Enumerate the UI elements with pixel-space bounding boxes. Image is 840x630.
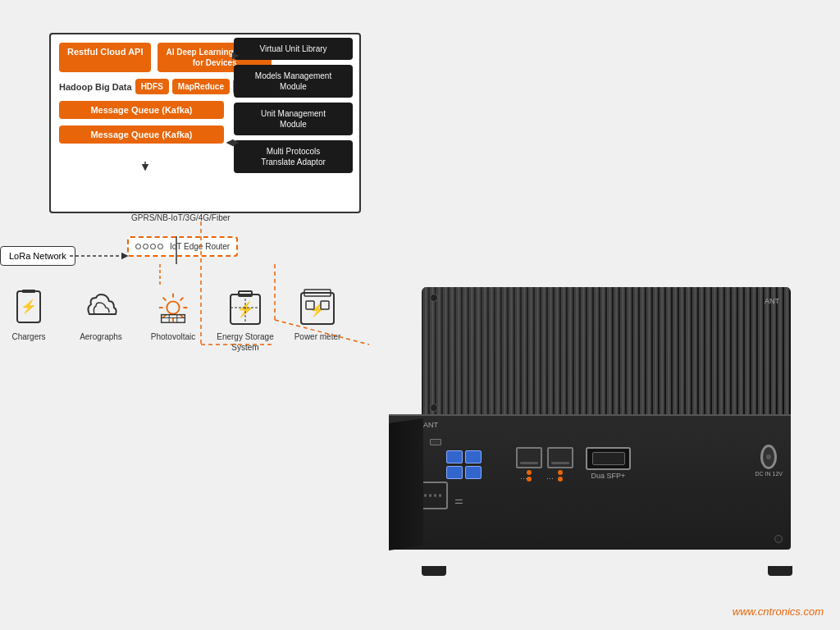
fin-43: [705, 287, 710, 418]
hadoop-label: Hadoop Big Data: [59, 82, 132, 92]
fin-13: [509, 287, 514, 418]
screw-bl: [430, 404, 438, 412]
gprs-label: GPRS/NB-IoT/3G/4G/Fiber: [131, 213, 231, 222]
router-label: IoT Edge Router: [170, 242, 230, 251]
device-charger: ⚡ Chargers: [0, 287, 57, 342]
screw-front-br: [774, 535, 783, 543]
router-dot-4: [158, 244, 163, 249]
hw-top-surface: (function(){ const finContainer = docume…: [422, 287, 791, 418]
hw-device: (function(){ const finContainer = docume…: [389, 287, 799, 566]
fin-36: [660, 287, 664, 418]
fin-51: [758, 287, 763, 418]
router-dot-1: [135, 244, 141, 249]
fin-11: [495, 287, 500, 418]
fin-54: [778, 287, 783, 418]
fin-27: [600, 287, 605, 418]
fin-0: [423, 287, 428, 418]
fin-34: [646, 287, 651, 418]
router-dot-3: [150, 244, 156, 249]
fin-21: [561, 287, 566, 418]
power-meter-icon: ⚡: [299, 287, 336, 328]
fin-37: [666, 287, 671, 418]
usb-blue-3: [446, 466, 463, 479]
fin-33: [640, 287, 645, 418]
fin-29: [614, 287, 619, 418]
ant-label-front: ANT: [423, 421, 438, 429]
usb-blue-group: [446, 450, 482, 479]
fin-26: [594, 287, 599, 418]
fin-8: [476, 287, 481, 418]
eth-symbol-2: ⋯: [546, 475, 554, 483]
hw-foot-left: [422, 566, 446, 576]
devices-row: ⚡ Chargers Aerographs: [0, 287, 346, 353]
fin-1: [430, 287, 435, 418]
fin-39: [679, 287, 684, 418]
fin-9: [482, 287, 487, 418]
virtual-unit-box: Virtual Unit Library: [234, 38, 353, 60]
usb-blue-2: [465, 450, 482, 463]
fin-16: [528, 287, 533, 418]
fin-44: [712, 287, 717, 418]
fin-28: [607, 287, 612, 418]
iot-section: GPRS/NB-IoT/3G/4G/Fiber LoRa Network IoT…: [0, 213, 353, 377]
fin-19: [548, 287, 553, 418]
fin-31: [627, 287, 632, 418]
device-aerograph: Aerographs: [72, 287, 130, 342]
cloud-box: Restful Cloud API AI Deep Learning Engin…: [49, 33, 361, 213]
fin-24: [581, 287, 586, 418]
fin-2: [436, 287, 441, 418]
fin-7: [469, 287, 474, 418]
fin-17: [535, 287, 540, 418]
fin-47: [732, 287, 737, 418]
fin-20: [555, 287, 559, 418]
dc-connector: DC IN 12V: [756, 445, 783, 477]
screw-tl: [430, 294, 438, 302]
usb-blue-4: [465, 466, 482, 479]
hw-side-face: [389, 418, 423, 550]
fin-53: [771, 287, 776, 418]
dc-label: DC IN 12V: [756, 471, 783, 477]
fin-4: [450, 287, 454, 418]
fin-35: [653, 287, 658, 418]
fin-23: [574, 287, 579, 418]
sfp-label: Dua SFP+: [586, 472, 631, 480]
usb-blue-1: [446, 450, 463, 463]
fin-3: [443, 287, 448, 418]
msg-queue2-box: Message Queue (Kafka): [59, 126, 224, 144]
svg-rect-4: [22, 290, 35, 293]
device-power-meter: ⚡ Power meter: [289, 287, 346, 342]
fin-30: [620, 287, 625, 418]
hw-front-face: ANT ⚌: [389, 414, 791, 550]
power-meter-label: Power meter: [294, 331, 341, 342]
svg-line-13: [180, 298, 184, 301]
msg-queue1-box: Message Queue (Kafka): [59, 101, 224, 119]
fin-12: [502, 287, 507, 418]
fin-10: [489, 287, 494, 418]
router-box: IoT Edge Router: [127, 236, 238, 257]
fin-55: [784, 287, 789, 418]
fin-52: [765, 287, 769, 418]
hardware-area: (function(){ const finContainer = docume…: [364, 254, 824, 591]
fin-50: [751, 287, 756, 418]
sfp-group: Dua SFP+: [586, 447, 631, 480]
eth-symbol-1: ⋯: [520, 475, 527, 483]
models-mgmt-box: Models ManagementModule: [234, 65, 353, 98]
usb-group-top: [430, 439, 441, 445]
charger-label: Chargers: [11, 331, 45, 342]
energy-storage-icon: ⚡: [227, 287, 263, 328]
fin-48: [738, 287, 743, 418]
unit-mgmt-box: Unit ManagementModule: [234, 103, 353, 135]
fin-46: [725, 287, 730, 418]
restful-api-box: Restful Cloud API: [59, 43, 151, 72]
fin-18: [541, 287, 546, 418]
ant-label-top: ANT: [765, 297, 779, 305]
hdfs-box: HDFS: [135, 79, 169, 94]
fin-15: [522, 287, 527, 418]
fin-pattern: (function(){ const finContainer = docume…: [422, 287, 791, 418]
fin-5: [456, 287, 461, 418]
aerograph-label: Aerographs: [80, 331, 122, 342]
fin-22: [568, 287, 573, 418]
usb-port-1: [430, 439, 441, 445]
router-dot-2: [143, 244, 148, 249]
fin-25: [587, 287, 592, 418]
